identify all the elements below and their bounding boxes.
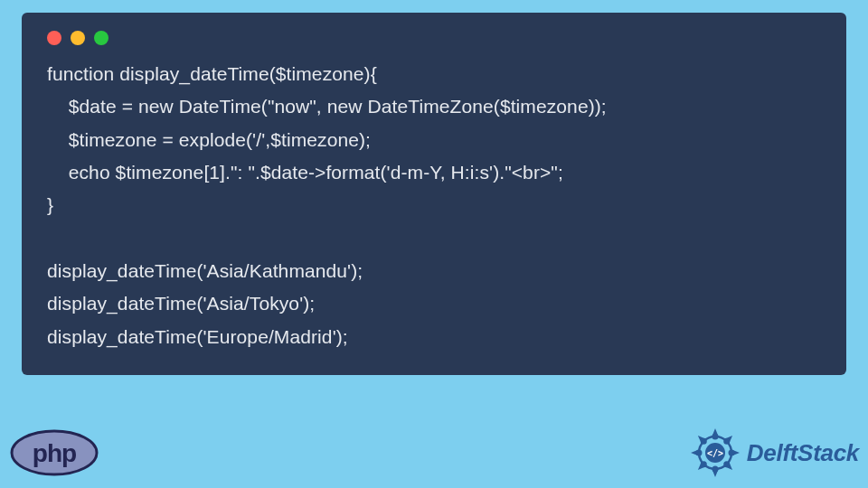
code-window: function display_dateTime($timezone){ $d… — [22, 13, 846, 375]
delftstack-logo: </> DelftStack — [689, 427, 859, 479]
svg-point-4 — [712, 467, 717, 472]
svg-point-10 — [702, 462, 706, 466]
maximize-icon[interactable] — [94, 31, 108, 45]
delftstack-icon: </> — [689, 427, 741, 479]
php-logo-text: php — [33, 439, 76, 467]
close-icon[interactable] — [47, 31, 61, 45]
svg-point-9 — [724, 462, 729, 466]
svg-point-7 — [724, 439, 729, 444]
footer: php — [9, 423, 859, 483]
window-controls — [47, 27, 821, 58]
svg-point-5 — [696, 451, 701, 455]
svg-point-6 — [729, 451, 733, 455]
delftstack-text: DelftStack — [747, 439, 859, 467]
php-logo: php — [9, 428, 99, 477]
svg-point-3 — [712, 435, 717, 439]
minimize-icon[interactable] — [71, 31, 85, 45]
svg-point-8 — [702, 439, 706, 444]
code-block: function display_dateTime($timezone){ $d… — [47, 58, 821, 353]
svg-text:</>: </> — [707, 448, 723, 458]
